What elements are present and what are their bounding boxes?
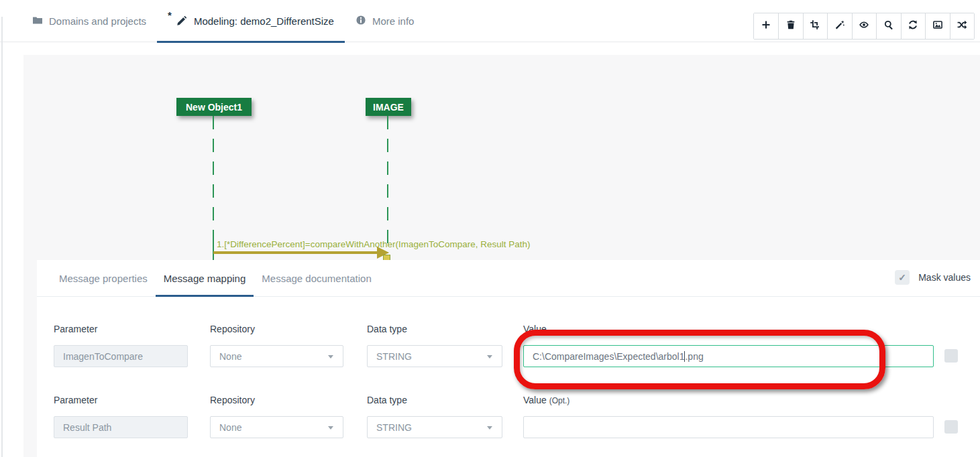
- text-caret: [684, 351, 685, 362]
- pencil-icon: [176, 15, 188, 28]
- tab-label: Domains and projects: [49, 15, 146, 27]
- unsaved-marker: *: [168, 9, 172, 21]
- lifeline-new-object1: [213, 116, 214, 238]
- selected-option: None: [219, 351, 241, 362]
- diagram-object-new-object1[interactable]: New Object1: [176, 98, 252, 116]
- diagram-toolbar: [753, 13, 975, 40]
- toolbar-add-button[interactable]: [754, 13, 779, 39]
- image-icon: [932, 19, 943, 33]
- refresh-icon: [908, 19, 918, 33]
- value-label-text: Value: [523, 395, 547, 405]
- value-opt-label: Value (Opt.): [523, 395, 934, 405]
- value-action-button-row1[interactable]: [944, 349, 958, 363]
- tab-message-documentation[interactable]: Message documentation: [254, 260, 379, 296]
- toolbar-crop-button[interactable]: [803, 13, 828, 39]
- repository-select-row1[interactable]: None: [210, 345, 343, 367]
- lifeline-activation-segment: [213, 236, 214, 260]
- toolbar-magic-wand-button[interactable]: [827, 13, 852, 39]
- toolbar-shuffle-button[interactable]: [950, 13, 975, 39]
- parameter-label: Parameter: [54, 395, 188, 405]
- value-opt-suffix: (Opt.): [549, 396, 570, 405]
- parameter-input-row1[interactable]: ImagenToCompare: [54, 345, 188, 367]
- checkmark-icon: ✓: [898, 272, 906, 283]
- magnifier-icon: [883, 19, 894, 33]
- mask-values-checkbox[interactable]: ✓: [895, 270, 910, 285]
- folder-icon: [32, 15, 43, 27]
- value-input-row2[interactable]: [523, 416, 934, 438]
- page-left-border: [1, 17, 3, 457]
- parameter-input-row2[interactable]: Result Path: [54, 416, 188, 438]
- mask-values-label: Mask values: [918, 272, 971, 283]
- data-type-label: Data type: [367, 324, 502, 334]
- data-type-select-row1[interactable]: STRING: [367, 345, 502, 367]
- diagram-object-image[interactable]: IMAGE: [366, 98, 411, 116]
- repository-label: Repository: [210, 395, 343, 405]
- magic-wand-icon: [834, 19, 845, 33]
- tab-message-mapping[interactable]: Message mapping: [156, 260, 254, 296]
- tab-modeling[interactable]: * Modeling: demo2_DifferentSize: [157, 0, 345, 42]
- tab-label: Modeling: demo2_DifferentSize: [194, 15, 334, 27]
- data-type-label: Data type: [367, 395, 502, 405]
- plus-icon: [761, 19, 771, 33]
- main-tab-bar: Domains and projects * Modeling: demo2_D…: [21, 0, 425, 42]
- lifeline-image: [387, 116, 388, 253]
- value-input-row1[interactable]: C:\CompareImages\Expected\arbol1.png: [523, 345, 934, 367]
- tab-label: More info: [372, 15, 415, 27]
- selected-option: STRING: [376, 422, 412, 433]
- message-arrow-line[interactable]: [213, 251, 378, 254]
- info-icon: [356, 15, 366, 27]
- crop-icon: [810, 19, 820, 33]
- data-type-select-row2[interactable]: STRING: [367, 416, 502, 438]
- selected-option: STRING: [376, 351, 412, 362]
- toolbar-visibility-button[interactable]: [852, 13, 877, 39]
- toolbar-zoom-button[interactable]: [876, 13, 901, 39]
- eye-icon: [859, 19, 869, 33]
- selected-option: None: [219, 422, 241, 433]
- repository-select-row2[interactable]: None: [210, 416, 343, 438]
- value-label: Value: [523, 324, 934, 334]
- toolbar-image-button[interactable]: [925, 13, 950, 39]
- toolbar-delete-button[interactable]: [778, 13, 803, 39]
- message-call-label[interactable]: 1.[*DifferencePercent]=compareWithAnothe…: [217, 239, 531, 249]
- message-panel: Message properties Message mapping Messa…: [37, 260, 980, 457]
- value-action-button-row2[interactable]: [944, 420, 958, 434]
- tab-message-properties[interactable]: Message properties: [51, 260, 156, 296]
- message-panel-tab-bar: Message properties Message mapping Messa…: [37, 260, 980, 297]
- tab-domains-and-projects[interactable]: Domains and projects: [21, 0, 157, 42]
- shuffle-icon: [957, 19, 967, 33]
- trash-icon: [785, 19, 796, 33]
- tab-more-info[interactable]: More info: [345, 0, 425, 42]
- value-text: C:\CompareImages\Expected\arbol1.png: [533, 351, 704, 362]
- toolbar-refresh-button[interactable]: [901, 13, 926, 39]
- header-bar: Domains and projects * Modeling: demo2_D…: [0, 0, 980, 42]
- mask-values-control: ✓ Mask values: [895, 270, 971, 285]
- repository-label: Repository: [210, 324, 343, 334]
- parameter-label: Parameter: [54, 324, 188, 334]
